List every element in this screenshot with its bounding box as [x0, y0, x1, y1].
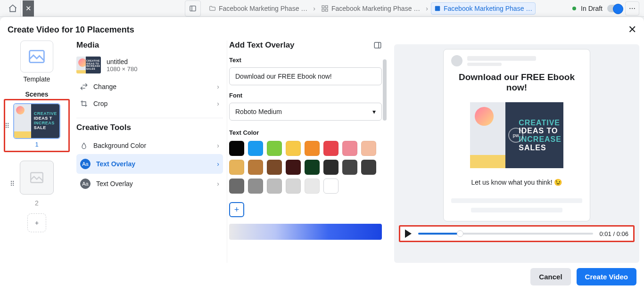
media-heading: Media: [76, 41, 223, 50]
scene-tile-empty[interactable]: [20, 161, 54, 195]
chevron-right-icon: ›: [217, 160, 219, 168]
close-tab-button[interactable]: ✕: [23, 0, 34, 16]
media-title: untitled: [107, 58, 137, 65]
scrollbar[interactable]: [383, 59, 387, 182]
progress-knob[interactable]: [457, 230, 463, 237]
scene-tile[interactable]: CREATIVEIDEAS TINCREASSALE: [13, 103, 60, 139]
status-toggle[interactable]: [607, 5, 620, 12]
home-icon[interactable]: [5, 0, 21, 16]
video-editor-modal: Create Video for 10 Placements ✕ Templat…: [0, 17, 644, 293]
creative-tools-heading: Creative Tools: [76, 123, 223, 132]
preview-panel: Download our FREE Ebook now! pw CREATIVE…: [387, 41, 644, 263]
svg-rect-3: [322, 9, 324, 11]
color-swatch-grid: [229, 141, 382, 197]
color-swatch[interactable]: [248, 160, 263, 175]
template-scenes-panel: Template Scenes ⠿ CREATIVEIDEAS TINCREAS…: [0, 41, 72, 263]
panel-toggle-icon[interactable]: [185, 0, 201, 16]
modal-title: Create Video for 10 Placements: [8, 25, 134, 35]
breadcrumb-text: Facebook Marketing Phase …: [444, 5, 532, 12]
color-swatch[interactable]: [305, 179, 320, 194]
crop-media-button[interactable]: Crop ›: [76, 95, 223, 112]
breadcrumb-item[interactable]: Facebook Marketing Phase …: [318, 3, 423, 14]
modal-footer: Cancel Create Video: [0, 263, 644, 293]
avatar: [451, 55, 462, 66]
template-tile[interactable]: [20, 41, 53, 73]
scene-number: 1: [35, 141, 38, 148]
color-swatch[interactable]: [248, 179, 263, 194]
chevron-right-icon: ›: [217, 83, 219, 90]
svg-rect-8: [374, 42, 381, 48]
breadcrumb-item[interactable]: Facebook Marketing Phase …: [206, 3, 310, 14]
color-swatch[interactable]: [323, 179, 339, 194]
menu-label: Text Overlay: [96, 180, 133, 187]
color-swatch[interactable]: [267, 160, 282, 175]
color-swatch[interactable]: [286, 160, 301, 175]
color-swatch[interactable]: [229, 160, 244, 175]
color-swatch[interactable]: [305, 141, 320, 156]
color-swatch[interactable]: [267, 179, 282, 194]
chevron-right-icon: ›: [217, 142, 219, 149]
video-player-highlight: 0:01 / 0:06: [399, 225, 635, 242]
breadcrumb-item-active[interactable]: Facebook Marketing Phase …: [431, 2, 536, 15]
media-thumbnail[interactable]: CREATIVEIDEAS TOINCREASESALES: [76, 57, 101, 73]
add-color-button[interactable]: +: [229, 202, 244, 217]
color-swatch[interactable]: [229, 179, 244, 194]
time-display: 0:01 / 0:06: [600, 230, 628, 237]
color-swatch[interactable]: [361, 141, 376, 156]
chevron-right-icon: ›: [217, 100, 219, 107]
preview-headline: Download our FREE Ebook now!: [451, 72, 582, 93]
color-swatch[interactable]: [361, 160, 376, 175]
svg-rect-4: [325, 9, 328, 11]
close-icon[interactable]: ✕: [628, 24, 636, 36]
text-color-label: Text Color: [229, 129, 382, 136]
text-overlay-button-active[interactable]: AaText Overlay ›: [76, 154, 223, 174]
color-swatch[interactable]: [323, 141, 339, 156]
breadcrumb-text: Facebook Marketing Phase …: [331, 5, 420, 12]
svg-rect-1: [322, 6, 324, 8]
drag-handle-icon[interactable]: ⠿: [8, 180, 16, 187]
color-swatch[interactable]: [323, 160, 339, 175]
color-gradient-slider[interactable]: [229, 224, 382, 240]
modal-header: Create Video for 10 Placements ✕: [0, 17, 644, 41]
color-swatch[interactable]: [286, 141, 301, 156]
scene-1-highlight: ⠿ CREATIVEIDEAS TINCREASSALE 1: [4, 99, 70, 152]
menu-label: Change: [93, 83, 116, 90]
template-label: Template: [24, 75, 50, 83]
font-select[interactable]: Roboto Medium ▾: [229, 103, 382, 121]
breadcrumb: Facebook Marketing Phase … › Facebook Ma…: [206, 2, 536, 15]
create-video-button[interactable]: Create Video: [577, 268, 636, 285]
panel-collapse-icon[interactable]: [373, 41, 382, 49]
color-swatch[interactable]: [267, 141, 282, 156]
background-color-button[interactable]: Background Color ›: [76, 137, 223, 154]
color-swatch[interactable]: [305, 160, 320, 175]
color-swatch[interactable]: [342, 160, 357, 175]
text-overlay-button[interactable]: AaText Overlay ›: [76, 174, 223, 194]
preview-caption: Let us know what you think! 😉: [471, 179, 562, 186]
media-dimensions: 1080 × 780: [107, 65, 137, 73]
change-media-button[interactable]: Change ›: [76, 78, 223, 95]
status-block: In Draft ⋯: [572, 1, 639, 16]
chevron-right-icon: ›: [426, 5, 428, 12]
progress-bar[interactable]: [418, 233, 593, 235]
add-scene-button[interactable]: +: [27, 213, 46, 232]
text-field-label: Text: [229, 57, 382, 64]
color-swatch[interactable]: [248, 141, 263, 156]
scene-number: 2: [35, 199, 39, 207]
preview-surface: Download our FREE Ebook now! pw CREATIVE…: [394, 44, 639, 263]
text-overlay-panel: Add Text Overlay Text Font Roboto Medium…: [227, 41, 387, 263]
overlay-text-input[interactable]: [229, 67, 382, 85]
font-value: Roboto Medium: [235, 108, 282, 115]
font-field-label: Font: [229, 92, 382, 99]
more-button[interactable]: ⋯: [625, 1, 639, 16]
color-swatch[interactable]: [229, 141, 244, 156]
cancel-button[interactable]: Cancel: [530, 268, 570, 285]
scenes-heading: Scenes: [25, 90, 48, 98]
color-swatch[interactable]: [286, 179, 301, 194]
drag-handle-icon[interactable]: ⠿: [3, 122, 11, 130]
svg-rect-2: [325, 6, 328, 8]
status-text: In Draft: [581, 5, 603, 12]
color-swatch[interactable]: [342, 141, 357, 156]
chevron-right-icon: ›: [217, 180, 219, 187]
play-button[interactable]: [405, 229, 412, 238]
logo-icon: pw: [508, 128, 523, 143]
